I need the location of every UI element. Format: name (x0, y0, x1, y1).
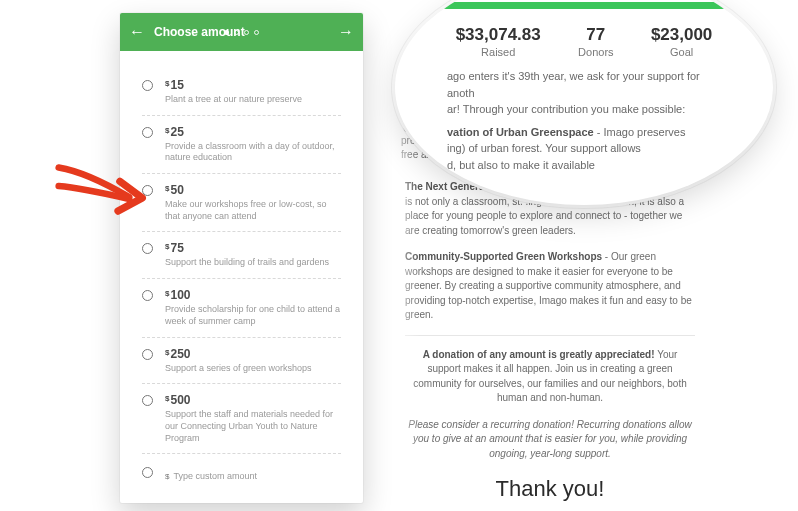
amount-option[interactable]: $250Support a series of green workshops (142, 338, 341, 385)
amount-value: 250 (170, 347, 190, 361)
stat-goal: $23,000 Goal (651, 25, 712, 58)
amount-description: Make our workshops free or low-cost, so … (165, 199, 341, 222)
amount-radio[interactable] (142, 395, 153, 406)
amount-radio[interactable] (142, 290, 153, 301)
amount-value: 15 (170, 78, 183, 92)
stat-donors: 77 Donors (578, 25, 613, 58)
amount-description: Support a series of green workshops (165, 363, 341, 375)
amount-description: Provide scholarship for one child to att… (165, 304, 341, 327)
amount-option[interactable]: $75Support the building of trails and ga… (142, 232, 341, 279)
amount-option[interactable]: $100Provide scholarship for one child to… (142, 279, 341, 337)
amount-value: 75 (170, 241, 183, 255)
amount-radio[interactable] (142, 349, 153, 360)
thank-you-heading: Thank you! (405, 473, 695, 505)
section-heading: Community-Supported Green Workshops (405, 251, 602, 262)
amount-radio[interactable] (142, 80, 153, 91)
amount-description: Support the staff and materials needed f… (165, 409, 341, 444)
amount-radio[interactable] (142, 243, 153, 254)
forward-button[interactable]: → (329, 13, 363, 51)
progress-bar (443, 2, 725, 9)
donation-panel: ← Choose amount → $15Plant a tree at our… (120, 13, 363, 503)
amount-option[interactable]: $500Support the staff and materials need… (142, 384, 341, 454)
amount-radio-custom[interactable] (142, 467, 153, 478)
amount-description: Plant a tree at our nature preserve (165, 94, 341, 106)
amount-value: 50 (170, 183, 183, 197)
panel-title: Choose amount (154, 25, 329, 39)
campaign-stats: $33,074.83 Raised 77 Donors $23,000 Goal (429, 23, 739, 68)
amount-description: Provide a classroom with a day of outdoo… (165, 141, 341, 164)
custom-amount-row[interactable]: $Type custom amount (142, 454, 341, 496)
amount-radio[interactable] (142, 185, 153, 196)
amount-value: 500 (170, 393, 190, 407)
stat-raised: $33,074.83 Raised (456, 25, 541, 58)
back-button[interactable]: ← (120, 13, 154, 51)
amount-option[interactable]: $50Make our workshops free or low-cost, … (142, 174, 341, 232)
amount-option[interactable]: $15Plant a tree at our nature preserve (142, 69, 341, 116)
amount-value: 25 (170, 125, 183, 139)
amount-description: Support the building of trails and garde… (165, 257, 341, 269)
amount-option[interactable]: $25Provide a classroom with a day of out… (142, 116, 341, 174)
write-comment-toggle[interactable]: Write us a comment (142, 502, 341, 503)
amount-value: 100 (170, 288, 190, 302)
panel-header: ← Choose amount → (120, 13, 363, 51)
amount-radio[interactable] (142, 127, 153, 138)
